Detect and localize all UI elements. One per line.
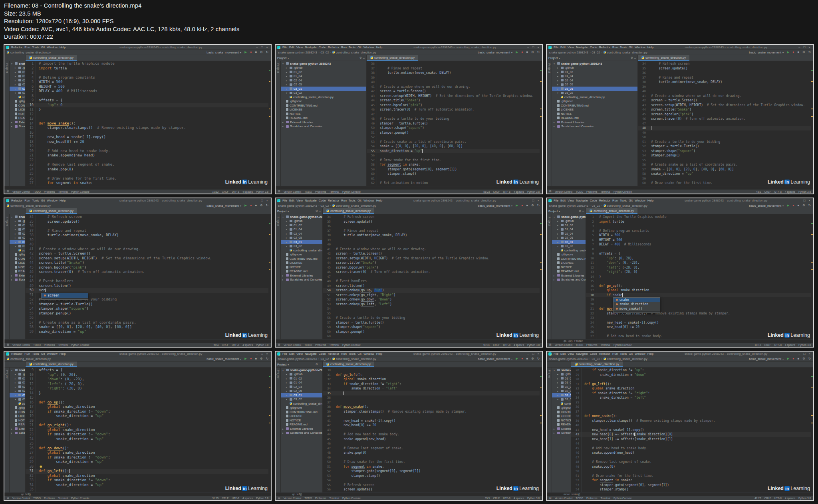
code-line[interactable]: 17 global snake_direction [586, 288, 813, 293]
stop-icon[interactable]: ■ [255, 357, 257, 360]
menu-tools[interactable]: Tools [620, 352, 627, 356]
stop-icon[interactable]: ■ [526, 51, 528, 54]
editor-scrollbar[interactable] [268, 214, 271, 339]
code-line[interactable]: 6HEIGHT = 500 [586, 238, 813, 243]
tree-root[interactable]: ▾snake-game-python-2898243 [10, 215, 25, 219]
code-line[interactable]: 38 turtle.ontimer(move_snake, DELAY) [26, 233, 271, 238]
code-line[interactable]: 18 if snake [586, 293, 813, 298]
code-line[interactable]: 43screen.setup(WIDTH, HEIGHT) # Set the … [638, 103, 813, 108]
window-grid-icon[interactable]: ⊞ [278, 190, 280, 193]
tree-item[interactable]: ▾03_02 [10, 397, 25, 402]
code-line[interactable]: 38 turtle.ontimer(move_snake, DELAY) [638, 80, 813, 85]
code-line[interactable]: 11} [26, 107, 271, 112]
status-item[interactable]: Python 3.8 [527, 344, 540, 346]
code-line[interactable]: 45 snake.append(new_head) [323, 437, 542, 442]
nav-breadcrumb-item[interactable]: snake-game-python-2898243 [549, 51, 588, 54]
completion-item[interactable]: move_snake() [614, 306, 660, 311]
status-item[interactable]: CRLF [764, 344, 771, 346]
code-line[interactable]: 42screen = turtle.Screen() [638, 98, 813, 103]
status-item[interactable]: Python Console [614, 497, 632, 500]
tree-item[interactable]: ▸01_04 [281, 381, 322, 385]
code-line[interactable]: 45screen.bgcolor("pink") [367, 103, 542, 108]
code-line[interactable]: 30 [323, 368, 542, 373]
run-icon[interactable]: ▶ [516, 51, 518, 54]
status-item[interactable]: TODO [33, 344, 41, 346]
nav-breadcrumb-item[interactable]: snake-game-python-2898243 [278, 204, 317, 208]
run-icon[interactable]: ▶ [244, 204, 247, 207]
menu-window[interactable]: Window [363, 352, 374, 356]
status-item[interactable]: 4 spaces [242, 497, 253, 500]
tree-item[interactable]: LICENSE [552, 108, 637, 112]
code-line[interactable]: 47 [638, 121, 813, 126]
tree-root[interactable]: ▾snake-game-python-2898243 [281, 215, 322, 219]
tree-item[interactable]: ▸01_02 [10, 223, 25, 227]
code-line[interactable]: 52screen.onkey(go_down, "Down") [323, 297, 542, 302]
tree-item[interactable]: NOTICE [10, 265, 25, 269]
code-line[interactable]: 59 stamper.goto(segment[0], segment[1]) [367, 167, 542, 172]
nav-breadcrumb-item[interactable]: snake-game-python-2898243 [549, 357, 588, 361]
tree-item[interactable]: LICENSE [10, 414, 25, 419]
tree-item[interactable]: README.md [552, 269, 586, 274]
tree-item[interactable]: LICENSE [552, 414, 571, 419]
tree-item[interactable]: CONTRIBUTING.md [552, 410, 571, 414]
status-item[interactable]: Python Console [614, 344, 632, 346]
code-line[interactable]: 33 if snake_direction != "right": [571, 391, 813, 396]
code-line[interactable]: 45screen.bgcolor("pink") [26, 265, 271, 270]
status-item[interactable]: UTF-8 [774, 497, 781, 500]
minimize-button[interactable]: – [527, 352, 529, 356]
status-item[interactable]: CRLF [764, 497, 771, 500]
code-editor[interactable]: 3031def go_left():32 global snake_direct… [323, 368, 542, 492]
nav-breadcrumb-item[interactable]: 03_02 [320, 357, 329, 361]
nav-breadcrumb-item[interactable]: controlling_snake_direction.py [607, 357, 647, 361]
run-config-selector[interactable]: basic_snake_movement▾ [749, 51, 784, 54]
code-line[interactable]: 53screen.onkey(go_left, "Left") [323, 302, 542, 307]
status-item[interactable]: Python Console [71, 344, 89, 346]
window-grid-icon[interactable]: ⊞ [7, 496, 9, 500]
code-line[interactable]: 15 [26, 395, 271, 400]
tree-item[interactable]: ▸03_01 [552, 240, 586, 244]
debug-icon[interactable]: ● [792, 51, 794, 54]
code-editor[interactable]: 3637 # Rinse and repeat38 turtle.ontimer… [367, 61, 542, 186]
nav-breadcrumb-item[interactable]: 03_02 [592, 51, 600, 54]
tree-item[interactable]: CONTRIBUTING.md [552, 257, 586, 261]
menu-edit[interactable]: Edit [560, 199, 566, 202]
stop-icon[interactable]: ■ [255, 51, 257, 54]
tree-item[interactable]: ▸03_01 [281, 87, 366, 91]
caret-position[interactable]: 35:5 [485, 497, 490, 500]
minimize-button[interactable]: – [798, 352, 800, 356]
menu-run[interactable]: Run [341, 352, 347, 356]
update-project-icon[interactable]: ↻ [266, 357, 268, 360]
code-line[interactable]: 50stamper.shape("square") [367, 126, 542, 130]
status-item[interactable]: TODO [576, 497, 583, 500]
project-tool-button[interactable]: Project [277, 370, 280, 492]
tree-item[interactable]: ▸External Libraries [552, 427, 571, 431]
tree-item[interactable]: ▸03_01 [281, 240, 322, 244]
menu-refactor[interactable]: Refactor [11, 45, 22, 49]
code-line[interactable]: 9offsets = { [26, 98, 271, 103]
code-line[interactable]: 10 "up": (0, 20), [586, 256, 813, 261]
editor-scrollbar[interactable] [811, 214, 813, 339]
menu-help[interactable]: Help [647, 45, 653, 49]
code-line[interactable]: 15 [586, 279, 813, 284]
menu-refactor[interactable]: Refactor [599, 352, 610, 356]
tree-item[interactable]: LICENSE [281, 108, 366, 112]
project-panel-title[interactable]: Project [277, 210, 286, 213]
code-line[interactable]: 19 [26, 144, 271, 149]
status-item[interactable]: UTF-8 [503, 344, 510, 346]
settings-icon[interactable]: ⚙ [316, 363, 318, 366]
project-tool-button[interactable]: Project [6, 217, 8, 339]
code-line[interactable]: 24 snake_direction = "up" [26, 437, 271, 442]
run-icon[interactable]: ▶ [787, 51, 789, 54]
tree-item[interactable]: controlling_snake_direction.py [552, 248, 586, 253]
tree-item[interactable]: controlling_snake_direction.py [552, 95, 637, 99]
status-item[interactable]: CRLF [222, 190, 228, 193]
caret-position[interactable]: 53:31 [483, 344, 490, 346]
tree-item[interactable]: ▸01_04 [281, 74, 366, 79]
code-line[interactable]: 12 "left": (-20, 0), [586, 265, 813, 270]
code-line[interactable]: 35 [571, 400, 813, 405]
code-line[interactable]: 23 [586, 316, 813, 320]
code-line[interactable]: 11 "down": (0, -20), [586, 261, 813, 265]
tree-item[interactable]: ▸02_05 [281, 236, 322, 240]
code-line[interactable]: 36 [367, 61, 542, 66]
close-button[interactable]: × [537, 199, 539, 202]
